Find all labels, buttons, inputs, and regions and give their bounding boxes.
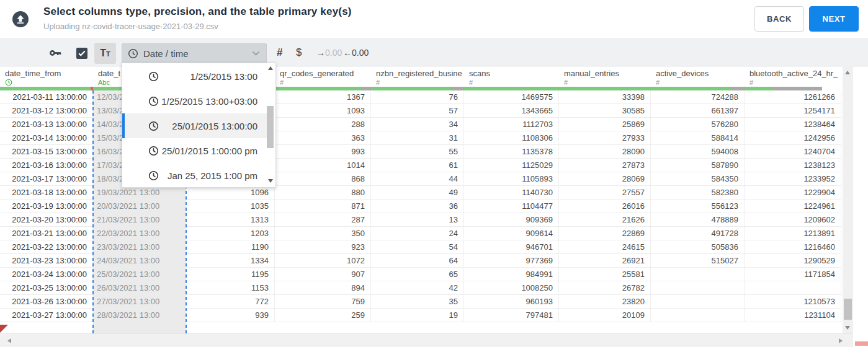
table-cell[interactable] (651, 268, 745, 281)
column-type-select[interactable]: Date / time (122, 43, 267, 63)
primary-key-icon[interactable] (49, 48, 63, 60)
horizontal-scrollbar[interactable] (0, 333, 853, 347)
table-cell[interactable]: 1261266 (745, 90, 841, 103)
table-cell[interactable]: 25/03/2021 13:00 (93, 268, 186, 281)
date-format-option[interactable]: 1/25/2015 13:00+03:00 (122, 89, 267, 113)
table-cell[interactable]: 20109 (559, 309, 651, 322)
next-button[interactable]: NEXT (809, 6, 859, 32)
table-cell[interactable]: 1112703 (464, 118, 559, 131)
table-cell[interactable]: 2021-03-15 13:00:00 (0, 145, 93, 158)
table-cell[interactable]: 23820 (559, 295, 651, 308)
table-cell[interactable]: 2021-03-12 13:00:00 (0, 104, 93, 117)
table-cell[interactable]: 28069 (559, 172, 651, 185)
table-cell[interactable]: 1035 (186, 200, 275, 213)
table-cell[interactable]: 1195 (186, 268, 275, 281)
table-cell[interactable]: 2021-03-25 13:00:00 (0, 281, 93, 294)
table-cell[interactable]: 288 (275, 118, 371, 131)
table-cell[interactable]: 27557 (559, 186, 651, 199)
table-cell[interactable]: 515027 (651, 254, 745, 267)
table-cell[interactable]: 594008 (651, 145, 745, 158)
table-cell[interactable]: 19 (371, 309, 464, 322)
table-cell[interactable]: 21/03/2021 13:00 (93, 213, 186, 226)
precision-increase-button[interactable]: →0.00 (316, 48, 342, 58)
table-cell[interactable]: 584350 (651, 172, 745, 185)
table-cell[interactable]: 907 (275, 268, 371, 281)
scroll-right-arrow-icon[interactable] (839, 338, 843, 343)
table-cell[interactable]: 946701 (464, 240, 559, 253)
table-cell[interactable]: 1209602 (745, 213, 841, 226)
table-cell[interactable]: 1229904 (745, 186, 841, 199)
table-cell[interactable]: 2021-03-22 13:00:00 (0, 240, 93, 253)
table-cell[interactable]: 61 (371, 159, 464, 172)
table-cell[interactable] (651, 309, 745, 322)
table-cell[interactable]: 1105893 (464, 172, 559, 185)
table-cell[interactable]: 1240704 (745, 145, 841, 158)
table-cell[interactable]: 1231104 (745, 309, 841, 322)
table-cell[interactable]: 2021-03-20 13:00:00 (0, 213, 93, 226)
column-header-scans[interactable]: scans # (464, 67, 559, 90)
table-cell[interactable]: 44 (371, 172, 464, 185)
table-cell[interactable]: 909614 (464, 227, 559, 240)
table-cell[interactable]: 363 (275, 131, 371, 144)
table-cell[interactable]: 491728 (651, 227, 745, 240)
table-cell[interactable]: 588414 (651, 131, 745, 144)
date-format-option[interactable]: 25/01/2015 1:00:00 pm (122, 138, 267, 163)
table-cell[interactable]: 1190 (186, 240, 275, 253)
table-cell[interactable]: 1125029 (464, 159, 559, 172)
table-cell[interactable]: 20/03/2021 13:00 (93, 200, 186, 213)
table-cell[interactable]: 880 (275, 186, 371, 199)
table-cell[interactable]: 977369 (464, 254, 559, 267)
table-cell[interactable]: 1104477 (464, 200, 559, 213)
table-cell[interactable]: 1072 (275, 254, 371, 267)
table-cell[interactable]: 34 (371, 118, 464, 131)
table-cell[interactable]: 27/03/2021 13:00 (93, 295, 186, 308)
dropdown-scroll-thumb[interactable] (267, 106, 274, 148)
table-cell[interactable]: 2021-03-11 13:00:00 (0, 90, 93, 103)
table-cell[interactable]: 55 (371, 145, 464, 158)
dropdown-scroll-down-icon[interactable] (268, 179, 273, 183)
table-cell[interactable]: 587890 (651, 159, 745, 172)
scroll-down-arrow-icon[interactable] (845, 326, 850, 330)
table-cell[interactable]: 30585 (559, 104, 651, 117)
table-cell[interactable]: 22/03/2021 13:00 (93, 227, 186, 240)
table-cell[interactable]: 49 (371, 186, 464, 199)
table-cell[interactable]: 724288 (651, 90, 745, 103)
table-cell[interactable]: 25581 (559, 268, 651, 281)
table-cell[interactable]: 1203 (186, 227, 275, 240)
table-cell[interactable]: 1008250 (464, 281, 559, 294)
table-cell[interactable]: 76 (371, 90, 464, 103)
table-cell[interactable]: 1171854 (745, 268, 841, 281)
table-cell[interactable]: 1254171 (745, 104, 841, 117)
table-cell[interactable]: 1224961 (745, 200, 841, 213)
date-format-option-selected[interactable]: 25/01/2015 13:00:00 (122, 113, 267, 138)
table-cell[interactable]: 868 (275, 172, 371, 185)
table-cell[interactable]: 22869 (559, 227, 651, 240)
table-cell[interactable]: 26921 (559, 254, 651, 267)
column-header-bluetooth_active_24_hr_[interactable]: bluetooth_active_24_hr_ # (745, 67, 841, 90)
table-cell[interactable]: 1242956 (745, 131, 841, 144)
table-cell[interactable]: 26016 (559, 200, 651, 213)
table-cell[interactable]: 1140730 (464, 186, 559, 199)
table-cell[interactable]: 24/03/2021 13:00 (93, 254, 186, 267)
table-cell[interactable]: 1313 (186, 213, 275, 226)
table-cell[interactable]: 797481 (464, 309, 559, 322)
text-type-button[interactable]: Tt (94, 43, 116, 64)
table-cell[interactable]: 894 (275, 281, 371, 294)
table-cell[interactable]: 2021-03-23 13:00:00 (0, 254, 93, 267)
table-cell[interactable]: 1135378 (464, 145, 559, 158)
table-cell[interactable]: 2021-03-18 13:00:00 (0, 186, 93, 199)
table-cell[interactable]: 923 (275, 240, 371, 253)
table-cell[interactable]: 259 (275, 309, 371, 322)
column-header-nzbn_registered_busine[interactable]: nzbn_registered_busine # (371, 67, 464, 90)
table-cell[interactable]: 505836 (651, 240, 745, 253)
table-cell[interactable]: 27933 (559, 131, 651, 144)
table-cell[interactable]: 772 (186, 295, 275, 308)
table-cell[interactable]: 2021-03-26 13:00:00 (0, 295, 93, 308)
table-cell[interactable]: 871 (275, 200, 371, 213)
table-cell[interactable]: 1343665 (464, 104, 559, 117)
scroll-left-arrow-icon[interactable] (7, 338, 11, 343)
table-cell[interactable]: 21626 (559, 213, 651, 226)
table-cell[interactable]: 1096 (186, 186, 275, 199)
table-cell[interactable]: 1014 (275, 159, 371, 172)
table-cell[interactable]: 42 (371, 281, 464, 294)
